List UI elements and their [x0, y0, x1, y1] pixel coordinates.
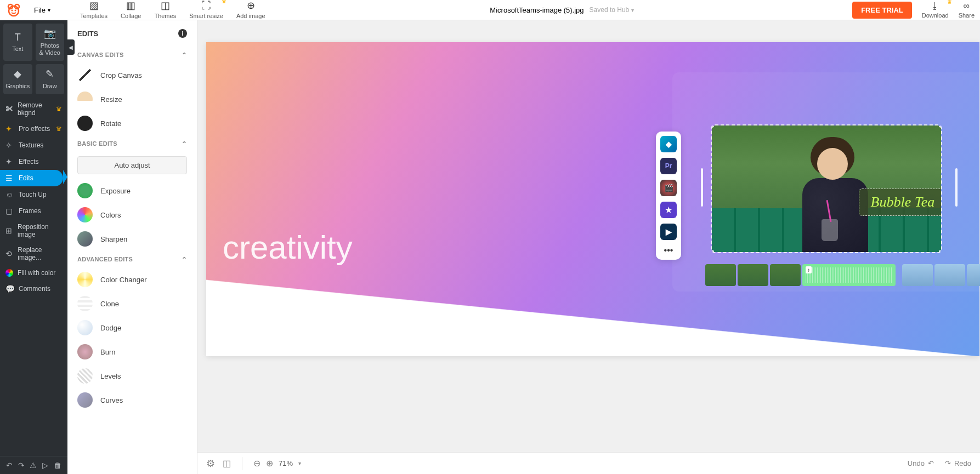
premiere-icon: Pr	[660, 158, 677, 174]
saved-status[interactable]: Saved to Hub ▾	[590, 6, 635, 14]
trash-icon[interactable]: 🗑	[54, 461, 61, 470]
add-image-tool[interactable]: ⊕ Add image	[230, 0, 272, 21]
undo-button[interactable]: Undo ↶	[908, 459, 934, 467]
graphics-card[interactable]: ◆ Graphics	[3, 64, 32, 94]
cup	[822, 219, 838, 241]
clip	[770, 264, 801, 286]
editor-ui-mockup: ◆ Pr 🎬 ★ ▶ •••	[672, 72, 979, 292]
burn-item[interactable]: Burn	[67, 340, 197, 364]
clone-item[interactable]: Clone	[67, 292, 197, 316]
canvas-edits-section[interactable]: CANVAS EDITS ⌄	[67, 47, 197, 63]
crop-canvas-item[interactable]: Crop Canvas	[67, 63, 197, 87]
dodge-item[interactable]: Dodge	[67, 316, 197, 340]
remove-bkgnd-item[interactable]: ✀ Remove bkgnd ♛	[0, 98, 67, 121]
slider-left	[701, 168, 703, 207]
resize-item[interactable]: Resize	[67, 87, 197, 111]
pencil-icon: ✎	[46, 68, 54, 81]
chevron-down-icon[interactable]: ▾	[298, 460, 301, 466]
curves-item[interactable]: Curves	[67, 388, 197, 412]
collapse-panel-button[interactable]: ◀	[67, 39, 75, 55]
auto-adjust-button[interactable]: Auto adjust	[77, 156, 187, 174]
main-area: T Text 📷 Photos & Video ◆ Graphics ✎ Dra…	[0, 20, 980, 474]
file-menu-label: File	[34, 6, 46, 14]
sharpen-thumb	[77, 231, 93, 247]
slider-right	[955, 168, 958, 207]
fill-with-color-item[interactable]: Fill with color	[0, 265, 67, 281]
rail-top-grid: T Text 📷 Photos & Video ◆ Graphics ✎ Dra…	[0, 20, 67, 98]
info-icon[interactable]: i	[178, 29, 187, 38]
warning-icon[interactable]: ⚠	[30, 461, 37, 470]
templates-icon: ▨	[89, 0, 99, 12]
tool-label: Themes	[154, 13, 176, 19]
download-button[interactable]: ♛ ⭳ Download	[922, 1, 949, 19]
levels-item[interactable]: Levels	[67, 364, 197, 388]
chevron-up-icon: ⌄	[182, 140, 187, 147]
rotate-item[interactable]: Rotate	[67, 111, 197, 135]
zoom-out-button[interactable]: ⊖	[253, 458, 260, 469]
exposure-item[interactable]: Exposure	[67, 179, 197, 203]
selected-photo: Bubble Tea	[711, 124, 942, 253]
handle	[939, 250, 942, 253]
effects-item[interactable]: ✦ Effects	[0, 153, 67, 170]
settings-icon[interactable]: ⚙	[206, 458, 215, 470]
finalcut-icon: 🎬	[660, 180, 677, 196]
canvas-image[interactable]: creativity ◆ Pr 🎬 ★ ▶ •••	[206, 42, 979, 356]
panel-header: EDITS i	[67, 20, 197, 47]
photo-scene: Bubble Tea	[712, 125, 941, 252]
document-name[interactable]: MicrosoftTeams-image (5).jpg	[490, 6, 584, 14]
color-wheel-icon	[5, 269, 13, 277]
app-logo[interactable]	[0, 0, 27, 20]
tool-label: Add image	[236, 13, 265, 19]
share-button[interactable]: ∞ Share	[959, 1, 975, 19]
touch-up-item[interactable]: ☺ Touch Up	[0, 186, 67, 203]
handle	[939, 124, 942, 128]
themes-tool[interactable]: ◫ Themes	[148, 0, 183, 21]
pro-effects-item[interactable]: ✦ Pro effects ♛	[0, 121, 67, 137]
text-card[interactable]: T Text	[3, 24, 32, 61]
smart-resize-tool[interactable]: ♛ ⛶ Smart resize	[183, 0, 230, 21]
templates-tool[interactable]: ▨ Templates	[73, 0, 114, 21]
frames-item[interactable]: ▢ Frames	[0, 203, 67, 219]
basic-edits-section[interactable]: BASIC EDITS ⌄	[67, 135, 197, 152]
smart-resize-icon: ⛶	[201, 0, 211, 12]
creativity-text: creativity	[223, 229, 353, 266]
zoom-in-button[interactable]: ⊕	[266, 458, 273, 469]
chevron-down-icon: ▾	[48, 7, 50, 13]
rail-list: ✀ Remove bkgnd ♛ ✦ Pro effects ♛ ✧ Textu…	[0, 98, 67, 297]
advanced-edits-section[interactable]: ADVANCED EDITS ⌄	[67, 251, 197, 267]
textures-item[interactable]: ✧ Textures	[0, 137, 67, 153]
redo-button[interactable]: ↷ Redo	[945, 459, 971, 467]
collage-icon: ▥	[126, 0, 135, 12]
timeline-clips: ♪	[705, 264, 980, 286]
edits-item[interactable]: ☰ Edits	[0, 170, 63, 186]
redo-arrow-icon: ↷	[945, 459, 951, 467]
zoom-level[interactable]: 71%	[279, 459, 293, 467]
collage-tool[interactable]: ▥ Collage	[114, 0, 148, 21]
dock-more-icon: •••	[660, 245, 677, 255]
comment-icon: 💬	[5, 284, 14, 293]
colors-thumb	[77, 207, 93, 222]
wand-icon: ✦	[5, 124, 14, 133]
levels-thumb	[77, 368, 93, 384]
draw-card[interactable]: ✎ Draw	[36, 64, 65, 94]
imovie-icon: ★	[660, 202, 677, 218]
replace-image-item[interactable]: ⟲ Replace image...	[0, 242, 67, 265]
redo-icon[interactable]: ↷	[18, 461, 25, 470]
resize-thumb	[77, 92, 93, 107]
bottom-right: Undo ↶ ↷ Redo	[908, 459, 971, 467]
photos-video-card[interactable]: 📷 Photos & Video	[36, 24, 65, 61]
sharpen-item[interactable]: Sharpen	[67, 227, 197, 251]
layout-icon[interactable]: ◫	[223, 458, 231, 469]
scissors-icon: ✀	[5, 105, 13, 113]
reposition-image-item[interactable]: ⊞ Reposition image	[0, 219, 67, 242]
crown-icon: ♛	[56, 125, 62, 133]
textures-icon: ✧	[5, 141, 14, 150]
comments-item[interactable]: 💬 Comments	[0, 281, 67, 297]
undo-icon[interactable]: ↶	[6, 461, 13, 470]
file-menu[interactable]: File ▾	[27, 6, 57, 14]
free-trial-button[interactable]: FREE TRIAL	[852, 2, 912, 19]
color-changer-item[interactable]: Color Changer	[67, 267, 197, 292]
flag-icon[interactable]: ▷	[42, 461, 48, 470]
canvas-viewport[interactable]: creativity ◆ Pr 🎬 ★ ▶ •••	[197, 20, 980, 452]
colors-item[interactable]: Colors	[67, 203, 197, 227]
